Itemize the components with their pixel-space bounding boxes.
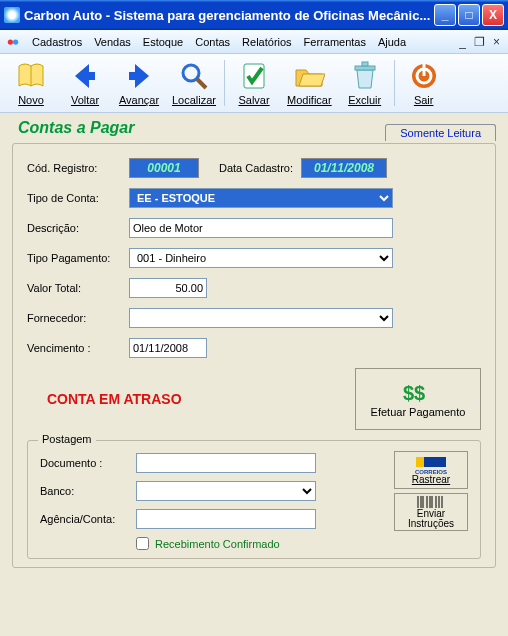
toolbar-novo-button[interactable]: Novo: [4, 58, 58, 108]
menu-ajuda[interactable]: Ajuda: [378, 36, 406, 48]
descricao-input[interactable]: [129, 218, 393, 238]
svg-rect-5: [355, 66, 375, 70]
postagem-groupbox: Postagem Documento : Banco: Agência/Cont…: [27, 440, 481, 559]
toolbar-sair-label: Sair: [414, 94, 434, 106]
correios-icon: [416, 455, 446, 469]
toolbar-novo-label: Novo: [18, 94, 44, 106]
documento-input[interactable]: [136, 453, 316, 473]
toolbar-avancar-label: Avançar: [119, 94, 159, 106]
power-icon: [408, 60, 440, 92]
toolbar-separator-2: [394, 60, 395, 106]
toolbar-salvar-button[interactable]: Salvar: [227, 58, 281, 108]
rastrear-button[interactable]: CORREIOS Rastrear: [394, 451, 468, 489]
svg-point-2: [183, 65, 199, 81]
folder-open-icon: [293, 60, 325, 92]
svg-text:$$: $$: [403, 382, 425, 404]
menu-vendas[interactable]: Vendas: [94, 36, 131, 48]
app-icon: [4, 7, 20, 23]
client-area: Contas a Pagar Somente Leitura Cód. Regi…: [0, 113, 508, 636]
window-title: Carbon Auto - Sistema para gerenciamento…: [24, 8, 434, 23]
agencia-input[interactable]: [136, 509, 316, 529]
toolbar-salvar-label: Salvar: [238, 94, 269, 106]
window-minimize-button[interactable]: _: [434, 4, 456, 26]
fornecedor-label: Fornecedor:: [27, 312, 129, 324]
postagem-title: Postagem: [38, 433, 96, 445]
rastrear-label: Rastrear: [412, 475, 450, 486]
toolbar-separator: [224, 60, 225, 106]
svg-point-1: [13, 39, 18, 44]
efetuar-pagamento-label: Efetuar Pagamento: [371, 406, 466, 418]
efetuar-pagamento-button[interactable]: $$ Efetuar Pagamento: [355, 368, 481, 430]
trash-icon: [349, 60, 381, 92]
cod-registro-label: Cód. Registro:: [27, 162, 129, 174]
enviar-instrucoes-button[interactable]: Enviar Instruções: [394, 493, 468, 531]
toolbar-sair-button[interactable]: Sair: [397, 58, 451, 108]
recebimento-checkbox[interactable]: [136, 537, 149, 550]
readonly-tab[interactable]: Somente Leitura: [385, 124, 496, 141]
menu-contas[interactable]: Contas: [195, 36, 230, 48]
tipo-conta-select[interactable]: EE - ESTOQUE: [129, 188, 393, 208]
toolbar-voltar-button[interactable]: Voltar: [58, 58, 112, 108]
toolbar-localizar-label: Localizar: [172, 94, 216, 106]
menubar: Cadastros Vendas Estoque Contas Relatóri…: [0, 30, 508, 54]
search-icon: [178, 60, 210, 92]
documento-label: Documento :: [40, 457, 136, 469]
svg-rect-6: [362, 62, 368, 66]
banco-select[interactable]: [136, 481, 316, 501]
main-frame: Cód. Registro: 00001 Data Cadastro: 01/1…: [12, 143, 496, 568]
recebimento-label: Recebimento Confirmado: [155, 538, 280, 550]
fornecedor-select[interactable]: [129, 308, 393, 328]
toolbar-excluir-button[interactable]: Excluir: [338, 58, 392, 108]
window-maximize-button[interactable]: □: [458, 4, 480, 26]
page-title: Contas a Pagar: [12, 119, 140, 137]
toolbar: Novo Voltar Avançar Localizar Salvar Mod…: [0, 54, 508, 113]
toolbar-localizar-button[interactable]: Localizar: [166, 58, 222, 108]
menu-relatorios[interactable]: Relatórios: [242, 36, 292, 48]
menu-estoque[interactable]: Estoque: [143, 36, 183, 48]
vencimento-input[interactable]: [129, 338, 207, 358]
book-icon: [15, 60, 47, 92]
toolbar-avancar-button[interactable]: Avançar: [112, 58, 166, 108]
instrucoes-label: Instruções: [408, 519, 454, 530]
toolbar-modificar-button[interactable]: Modificar: [281, 58, 338, 108]
vencimento-label: Vencimento :: [27, 342, 129, 354]
descricao-label: Descrição:: [27, 222, 129, 234]
money-icon: $$: [401, 380, 435, 406]
arrow-right-icon: [123, 60, 155, 92]
tipo-pagamento-select[interactable]: 001 - Dinheiro: [129, 248, 393, 268]
toolbar-excluir-label: Excluir: [348, 94, 381, 106]
mdi-minimize-button[interactable]: _: [457, 35, 468, 49]
data-cadastro-value: 01/11/2008: [301, 158, 387, 178]
mdi-restore-button[interactable]: ❐: [472, 35, 487, 49]
svg-line-3: [197, 79, 206, 88]
tipo-conta-label: Tipo de Conta:: [27, 192, 129, 204]
cod-registro-value: 00001: [129, 158, 199, 178]
menu-cadastros[interactable]: Cadastros: [32, 36, 82, 48]
barcode-icon: [416, 495, 446, 509]
toolbar-modificar-label: Modificar: [287, 94, 332, 106]
menu-decorative-icon: [6, 35, 20, 49]
valor-total-label: Valor Total:: [27, 282, 129, 294]
check-note-icon: [238, 60, 270, 92]
svg-rect-11: [416, 457, 424, 467]
alert-overdue-text: CONTA EM ATRASO: [27, 391, 355, 407]
menu-ferramentas[interactable]: Ferramentas: [304, 36, 366, 48]
tipo-pagamento-label: Tipo Pagamento:: [27, 252, 129, 264]
agencia-label: Agência/Conta:: [40, 513, 136, 525]
svg-rect-12: [424, 457, 446, 467]
banco-label: Banco:: [40, 485, 136, 497]
window-close-button[interactable]: X: [482, 4, 504, 26]
mdi-close-button[interactable]: ×: [491, 35, 502, 49]
svg-point-0: [8, 39, 13, 44]
toolbar-voltar-label: Voltar: [71, 94, 99, 106]
data-cadastro-label: Data Cadastro:: [219, 162, 293, 174]
window-titlebar: Carbon Auto - Sistema para gerenciamento…: [0, 0, 508, 30]
arrow-left-icon: [69, 60, 101, 92]
valor-total-input[interactable]: [129, 278, 207, 298]
